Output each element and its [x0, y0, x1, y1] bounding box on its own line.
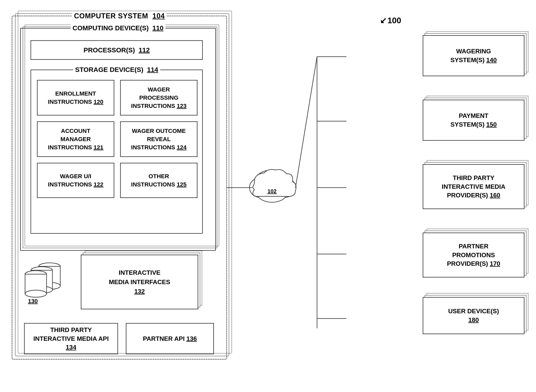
- svg-point-11: [249, 178, 271, 197]
- instruction-box-account-manager: ACCOUNTMANAGERINSTRUCTIONS 121: [37, 121, 114, 157]
- user-device-box: USER DEVICE(S)180: [423, 297, 524, 334]
- partner-api-label: PARTNER API 136: [143, 334, 197, 343]
- processor-label: PROCESSOR(S) 112: [84, 46, 150, 54]
- media-interfaces-container: INTERACTIVEMEDIA INTERFACES132: [81, 255, 198, 309]
- partner-promotions-label: PARTNERPROMOTIONSPROVIDER(S) 170: [447, 242, 500, 268]
- third-party-provider-container: THIRD PARTYINTERACTIVE MEDIAPROVIDER(S) …: [423, 164, 524, 209]
- payment-system-container: PAYMENTSYSTEM(S) 150: [423, 100, 524, 141]
- svg-point-14: [254, 172, 290, 196]
- svg-text:102: 102: [268, 188, 277, 194]
- third-party-provider-label: THIRD PARTYINTERACTIVE MEDIAPROVIDER(S) …: [442, 173, 505, 200]
- instruction-box-other: OTHERINSTRUCTIONS 125: [120, 163, 197, 198]
- computing-device-label: COMPUTING DEVICE(S) 110: [71, 24, 166, 32]
- computer-system-label: COMPUTER SYSTEM 104: [72, 12, 167, 20]
- svg-point-15: [250, 179, 270, 196]
- enrollment-label: ENROLLMENTINSTRUCTIONS 120: [48, 89, 103, 106]
- processor-box: PROCESSOR(S) 112: [30, 40, 203, 60]
- third-party-provider-box: THIRD PARTYINTERACTIVE MEDIAPROVIDER(S) …: [423, 164, 524, 209]
- svg-point-8: [25, 290, 47, 297]
- wager-outcome-label: WAGER OUTCOMEREVEALINSTRUCTIONS 124: [131, 127, 187, 151]
- partner-promotions-box: PARTNERPROMOTIONSPROVIDER(S) 170: [423, 233, 524, 277]
- wagering-system-label: WAGERINGSYSTEM(S) 140: [450, 47, 497, 65]
- instructions-grid: ENROLLMENTINSTRUCTIONS 120 WAGERPROCESSI…: [37, 80, 197, 198]
- svg-point-10: [254, 170, 291, 197]
- account-manager-label: ACCOUNTMANAGERINSTRUCTIONS 121: [48, 127, 103, 151]
- instruction-box-enrollment: ENROLLMENTINSTRUCTIONS 120: [37, 80, 114, 116]
- svg-point-13: [257, 185, 287, 202]
- third-party-api-label: THIRD PARTYINTERACTIVE MEDIA API134: [33, 326, 109, 352]
- instruction-box-wager-processing: WAGERPROCESSINGINSTRUCTIONS 123: [120, 80, 197, 116]
- svg-line-20: [296, 57, 317, 188]
- third-party-api-box: THIRD PARTYINTERACTIVE MEDIA API134: [24, 323, 118, 354]
- ref-100-label: 100: [388, 16, 401, 25]
- partner-api-box: PARTNER API 136: [126, 323, 214, 354]
- diagram-container: ↙100 COMPUTER SYSTEM 104 COMPUTING DEVIC…: [8, 12, 528, 379]
- cloud-network: 102: [249, 169, 296, 202]
- wagering-system-container: WAGERINGSYSTEM(S) 140: [423, 35, 524, 76]
- computing-device-box: COMPUTING DEVICE(S) 110 PROCESSOR(S) 112…: [20, 28, 216, 251]
- ref-100-arrow: ↙100: [380, 16, 401, 25]
- wager-ui-label: WAGER U/IINSTRUCTIONS 122: [48, 172, 103, 189]
- storage-device-box: STORAGE DEVICE(S) 114 ENROLLMENTINSTRUCT…: [30, 70, 203, 234]
- payment-system-box: PAYMENTSYSTEM(S) 150: [423, 100, 524, 141]
- media-interfaces-box: INTERACTIVEMEDIA INTERFACES132: [81, 255, 198, 309]
- instruction-box-wager-ui: WAGER U/IINSTRUCTIONS 122: [37, 163, 114, 198]
- partner-promotions-container: PARTNERPROMOTIONSPROVIDER(S) 170: [423, 233, 524, 277]
- svg-text:130: 130: [28, 298, 38, 304]
- svg-point-17: [258, 185, 286, 201]
- svg-point-16: [275, 179, 295, 196]
- user-device-container: USER DEVICE(S)180: [423, 297, 524, 334]
- storage-device-label: STORAGE DEVICE(S) 114: [73, 66, 160, 74]
- computer-system-box: COMPUTER SYSTEM 104 COMPUTING DEVICE(S) …: [12, 16, 227, 359]
- svg-point-12: [274, 178, 296, 197]
- payment-system-label: PAYMENTSYSTEM(S) 150: [450, 111, 497, 129]
- user-device-label: USER DEVICE(S)180: [448, 307, 499, 324]
- media-interfaces-label: INTERACTIVEMEDIA INTERFACES132: [109, 268, 170, 296]
- database-icon: 130: [18, 255, 73, 309]
- wagering-system-box: WAGERINGSYSTEM(S) 140: [423, 35, 524, 76]
- wager-processing-label: WAGERPROCESSINGINSTRUCTIONS 123: [131, 85, 187, 110]
- instruction-box-wager-outcome: WAGER OUTCOMEREVEALINSTRUCTIONS 124: [120, 121, 197, 157]
- other-instructions-label: OTHERINSTRUCTIONS 125: [131, 172, 187, 189]
